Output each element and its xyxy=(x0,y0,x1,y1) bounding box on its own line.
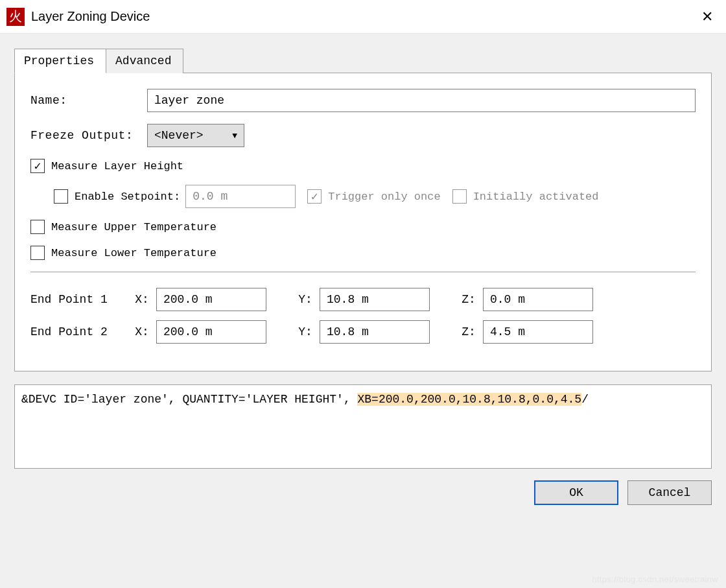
ep1-z-input[interactable] xyxy=(483,288,593,311)
measure-lower-temp-label: Measure Lower Temperature xyxy=(51,247,217,259)
close-button[interactable]: ✕ xyxy=(691,4,723,30)
tab-strip: Properties Advanced xyxy=(14,49,712,73)
enable-setpoint-label: Enable Setpoint: xyxy=(75,191,180,203)
tab-properties[interactable]: Properties xyxy=(14,49,106,73)
code-suffix: / xyxy=(581,393,589,406)
close-icon: ✕ xyxy=(701,8,713,25)
watermark: https://blog.csdn.net/sweetrainw xyxy=(592,574,718,584)
divider xyxy=(30,272,696,272)
chevron-down-icon: ▼ xyxy=(232,131,237,141)
setpoint-input xyxy=(185,185,296,208)
cancel-button[interactable]: Cancel xyxy=(627,480,712,505)
trigger-once-checkbox: ✓ xyxy=(307,189,322,204)
tab-advanced[interactable]: Advanced xyxy=(106,49,183,73)
app-icon: 火 xyxy=(6,8,25,26)
titlebar: 火 Layer Zoning Device ✕ xyxy=(0,0,726,34)
ep2-z-input[interactable] xyxy=(483,320,593,344)
trigger-once-label: Trigger only once xyxy=(328,191,440,203)
measure-layer-height-label: Measure Layer Height xyxy=(51,160,183,172)
code-prefix: &DEVC ID='layer zone', QUANTITY='LAYER H… xyxy=(21,393,357,406)
ep2-y-input[interactable] xyxy=(320,320,430,344)
ep1-x-input[interactable] xyxy=(156,288,266,311)
window-title: Layer Zoning Device xyxy=(31,9,150,24)
properties-panel: Name: Freeze Output: <Never> ▼ ✓ Measure… xyxy=(14,73,712,371)
ok-button[interactable]: OK xyxy=(534,480,618,505)
endpoint2-label: End Point 2 xyxy=(30,325,128,338)
ep1-x-label: X: xyxy=(128,293,156,306)
ep2-x-input[interactable] xyxy=(156,320,266,344)
measure-upper-temp-checkbox[interactable] xyxy=(30,220,45,234)
measure-lower-temp-checkbox[interactable] xyxy=(30,246,45,260)
name-input[interactable] xyxy=(147,89,696,112)
code-preview: &DEVC ID='layer zone', QUANTITY='LAYER H… xyxy=(14,384,712,469)
dialog-window: 火 Layer Zoning Device ✕ Properties Advan… xyxy=(0,0,726,588)
ep2-x-label: X: xyxy=(128,325,156,338)
freeze-output-select[interactable]: <Never> ▼ xyxy=(147,124,244,147)
endpoint1-row: End Point 1 X: Y: Z: xyxy=(30,288,696,311)
initially-activated-checkbox xyxy=(452,189,467,204)
ep2-z-label: Z: xyxy=(454,325,483,338)
measure-layer-height-checkbox[interactable]: ✓ xyxy=(30,159,45,173)
ep1-z-label: Z: xyxy=(454,293,483,306)
ep1-y-label: Y: xyxy=(291,293,320,306)
enable-setpoint-checkbox[interactable] xyxy=(54,189,68,204)
freeze-output-label: Freeze Output: xyxy=(30,129,147,142)
initially-activated-label: Initially activated xyxy=(473,191,599,203)
endpoint1-label: End Point 1 xyxy=(30,293,128,306)
dialog-actions: OK Cancel xyxy=(14,480,712,505)
measure-upper-temp-label: Measure Upper Temperature xyxy=(51,221,217,233)
ep2-y-label: Y: xyxy=(291,325,320,338)
name-label: Name: xyxy=(30,94,147,107)
endpoint2-row: End Point 2 X: Y: Z: xyxy=(30,320,696,344)
ep1-y-input[interactable] xyxy=(320,288,430,311)
freeze-output-value: <Never> xyxy=(154,129,204,142)
code-highlight: XB=200.0,200.0,10.8,10.8,0.0,4.5 xyxy=(357,393,581,406)
dialog-content: Properties Advanced Name: Freeze Output:… xyxy=(0,34,726,588)
